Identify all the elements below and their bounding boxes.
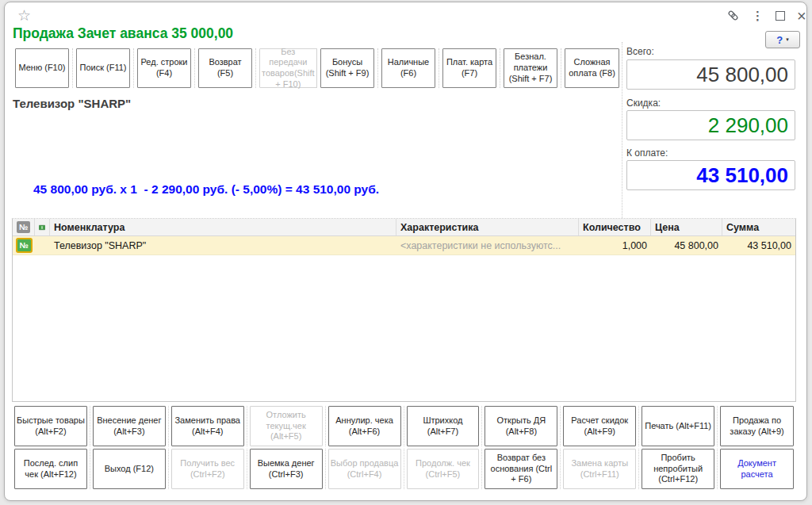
link-icon[interactable] [726,9,740,22]
page-title: Продажа Зачет аванса 35 000,00 [13,25,233,42]
row-price-cell[interactable]: 45 800,00 [651,236,722,254]
due-label: К оплате: [626,147,668,159]
quick-goods-button[interactable]: Быстрые товары (Alt+F2) [14,406,87,446]
quantity-header: Количество [579,219,651,235]
withdraw-money-button[interactable]: Выемка денег (Ctrl+F3) [250,449,323,489]
discount-label: Скидка: [626,98,661,109]
nomenclature-header: Номенклатура [50,219,396,235]
help-icon: ? [776,34,783,46]
choose-seller-button: Выбор продавца (Ctrl+F4) [328,449,401,489]
discount-field: 2 290,00 [626,110,795,140]
row-nomenclature-cell[interactable]: Телевизор "SHARP" [50,236,396,254]
items-table: № Номенклатура Характеристика Количество… [12,218,796,402]
due-field: 43 510,00 [626,160,795,190]
barcode-button[interactable]: Штрихкод (Alt+F7) [407,406,480,446]
table-header-row: № Номенклатура Характеристика Количество… [13,219,795,236]
menu-button[interactable]: Меню (F10) [15,48,69,88]
panel-divider [622,42,622,218]
replace-card-button: Замена карты (Ctrl+F11) [563,449,636,489]
pos-window: ☆ ⋮ × Продажа Зачет аванса 35 000,00 ? ▾… [4,2,807,501]
help-button[interactable]: ? ▾ [765,31,800,48]
bonuses-button[interactable]: Бонусы (Shift + F9) [320,48,374,88]
complex-payment-button[interactable]: Сложная оплата (F8) [565,48,619,88]
more-menu-icon[interactable]: ⋮ [752,10,764,21]
top-toolbar: Меню (F10) Поиск (F11) Ред. строки (F4) … [12,48,622,88]
current-cell-focus-ring: № [16,238,33,253]
return-without-reason-button[interactable]: Возврат без основания (Ctrl + F6) [485,449,557,489]
table-row[interactable]: № Телевизор "SHARP" <характеристики не и… [13,236,795,255]
cash-payment-button[interactable]: Наличные (F6) [381,48,435,88]
edit-row-button[interactable]: Ред. строки (F4) [137,48,191,88]
sale-by-order-button[interactable]: Продажа по заказу (Alt+9) [720,406,794,446]
payment-card-button[interactable]: Плат. карта (F7) [442,48,496,88]
sum-header: Сумма [722,219,795,235]
row-number-badge-icon: № [17,239,31,251]
calc-discounts-button[interactable]: Расчет скидок (Alt+F9) [563,406,636,446]
open-cash-drawer-button[interactable]: Открыть ДЯ (Alt+F8) [485,406,557,446]
row-characteristic-cell[interactable]: <характеристики не используютс... [396,236,579,254]
characteristic-header: Характеристика [396,219,579,235]
total-label: Всего: [626,46,654,57]
money-column-header [35,219,50,235]
postpone-receipt-button: Отложить текущ.чек (Alt+F5) [250,406,323,446]
annul-receipt-button[interactable]: Аннулир. чека (Alt+F6) [328,406,401,446]
number-badge-icon: № [17,221,30,233]
row-money-cell[interactable] [35,236,50,254]
column-number-header: № [13,219,35,235]
change-rights-button[interactable]: Заменить права (Alt+F4) [171,406,244,446]
search-button[interactable]: Поиск (F11) [76,48,130,88]
row-sum-cell[interactable]: 43 510,00 [722,236,795,254]
deposit-money-button[interactable]: Внесение денег (Alt+F3) [93,406,166,446]
chevron-down-icon: ▾ [786,36,789,43]
settlement-document-button[interactable]: Документ расчета [720,449,794,489]
current-product-name: Телевизор "SHARP" [13,97,131,110]
last-slip-receipt-button[interactable]: Послед. слип чек (Alt+F12) [14,449,87,489]
row-number-cell[interactable]: № [13,236,35,254]
cashless-payment-button[interactable]: Безнал. платежи (Shift + F7) [504,48,557,88]
titlebar-controls: ⋮ × [726,9,806,22]
no-goods-transfer-button: Без передачи товаров(Shift + F10) [259,48,317,88]
print-button[interactable]: Печать (Alt+F11) [642,406,714,446]
punch-unpunched-button[interactable]: Пробить непробитый (Ctrl+F12) [642,449,714,489]
favorite-star-icon[interactable]: ☆ [17,6,31,25]
price-header: Цена [651,219,722,235]
bottom-toolbar-row-2: Послед. слип чек (Alt+F12) Выход (F12) П… [12,449,796,489]
banknote-icon [39,223,45,232]
maximize-button[interactable] [776,11,785,21]
get-weight-button: Получить вес (Ctrl+F2) [171,449,244,489]
price-formula: 45 800,00 руб. x 1 - 2 290,00 руб. (- 5,… [33,182,379,197]
close-button[interactable]: × [797,10,806,21]
continue-receipt-button: Продолж. чек (Ctrl+F5) [407,449,480,489]
row-quantity-cell[interactable]: 1,000 [579,236,651,254]
return-button[interactable]: Возврат (F5) [198,48,252,88]
total-field: 45 800,00 [626,59,795,90]
exit-button[interactable]: Выход (F12) [93,449,166,489]
bottom-toolbar-row-1: Быстрые товары (Alt+F2) Внесение денег (… [12,406,796,446]
